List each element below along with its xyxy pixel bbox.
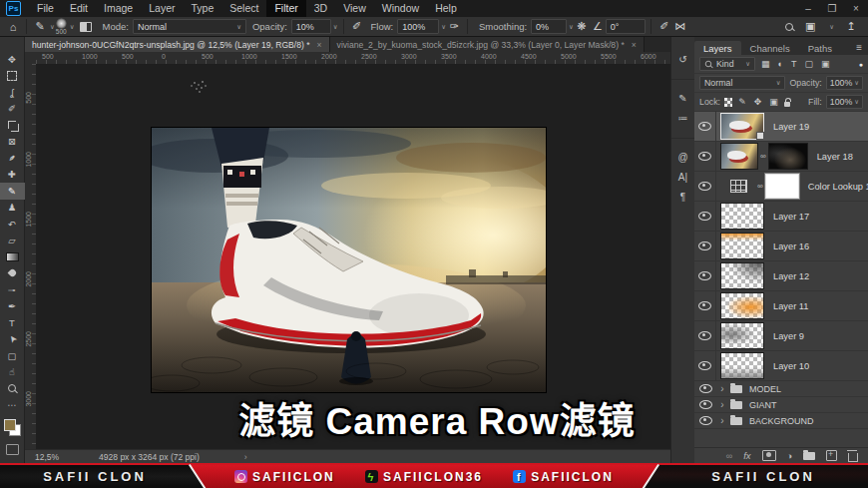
color-lookup-icon[interactable] [730,180,747,193]
history-brush-tool[interactable]: ↶ [0,216,25,233]
disclosure-chevron-icon[interactable]: › [716,399,728,410]
layer-name[interactable]: Color Lookup 1 [808,182,868,192]
visibility-toggle[interactable] [694,232,716,260]
layer-row-layer-11[interactable]: Layer 11 [694,291,868,321]
layer-thumbnail[interactable] [720,322,764,349]
search-icon[interactable] [785,23,793,31]
eraser-tool[interactable]: ▱ [0,233,25,249]
layer-name[interactable]: Layer 17 [773,212,809,222]
delete-layer-icon[interactable] [848,453,858,462]
workspace-switcher-icon[interactable]: ▣ [802,19,818,35]
layer-row-layer-12[interactable]: Layer 12 [694,261,868,291]
document-canvas[interactable]: 滤镜 Camera Row滤镜 [36,64,670,449]
visibility-toggle[interactable] [694,400,716,409]
kind-filter-select[interactable]: Kind ∨ [699,57,755,71]
layer-row-layer-17[interactable]: Layer 17 [694,202,868,232]
group-name[interactable]: MODEL [749,384,781,394]
close-tab-icon[interactable]: × [632,40,637,50]
visibility-toggle[interactable] [694,384,716,393]
chevron-down-icon[interactable]: ∨ [829,23,834,31]
layer-name[interactable]: Layer 19 [773,122,809,132]
disclosure-chevron-icon[interactable]: › [716,383,728,394]
filter-type-layers-icon[interactable]: T [791,59,797,69]
visibility-toggle[interactable] [694,351,716,380]
panel-menu-icon[interactable]: ≡ [850,41,868,55]
pressure-opacity-icon[interactable]: ✐ [349,19,365,35]
new-layer-icon[interactable] [826,450,837,461]
brush-preset-picker[interactable]: 500 [56,18,67,36]
history-panel-icon[interactable]: ↺ [671,49,695,69]
layer-thumbnail[interactable] [720,113,764,140]
blur-tool[interactable] [0,265,25,282]
hand-tool[interactable]: ☝ [0,364,25,381]
visibility-toggle[interactable] [694,416,716,425]
visibility-toggle[interactable] [694,142,716,171]
smoothing-field[interactable]: 0% [531,19,567,34]
document-tab-1[interactable]: hunter-johnson-0UCGfN2qtrs-unsplash.jpg … [25,37,330,52]
lock-position-icon[interactable]: ✥ [754,97,762,107]
layer-thumbnail[interactable] [720,292,764,319]
menu-layer[interactable]: Layer [141,0,183,17]
menu-image[interactable]: Image [96,0,141,17]
toggle-brush-settings-icon[interactable] [78,19,94,35]
layer-thumbnail[interactable] [720,352,764,379]
restore-button[interactable]: ❐ [820,0,844,17]
eyedropper-tool[interactable]: ✒ [0,150,25,167]
crop-tool[interactable] [0,117,25,134]
healing-brush-tool[interactable]: ✚ [0,167,25,184]
menu-3d[interactable]: 3D [306,0,335,17]
lock-all-icon[interactable] [784,102,790,107]
visibility-toggle[interactable] [694,321,716,350]
disclosure-chevron-icon[interactable]: › [716,415,728,426]
menu-edit[interactable]: Edit [62,0,96,17]
close-button[interactable]: × [844,0,868,17]
menu-file[interactable]: File [29,0,62,17]
new-group-icon[interactable] [803,452,815,460]
layer-thumbnail[interactable] [720,143,758,170]
color-swatches[interactable] [4,419,21,436]
brushes-panel-icon[interactable]: ≔ [671,108,695,128]
chevron-down-icon[interactable]: ∨ [50,23,55,31]
new-adjustment-layer-icon[interactable]: ◑ [787,451,792,461]
quick-selection-tool[interactable]: ✐ [0,101,25,118]
zoom-level-field[interactable]: 12,5% [35,452,59,462]
foreground-color-swatch[interactable] [4,419,16,431]
chevron-down-icon[interactable]: ∨ [70,23,75,31]
pen-tool[interactable]: ✒ [0,298,25,315]
visibility-toggle[interactable] [694,202,716,231]
layer-row-layer-10[interactable]: Layer 10 [694,351,868,381]
layer-name[interactable]: Layer 16 [773,242,809,251]
airbrush-icon[interactable]: ✑ [446,19,462,35]
minimize-button[interactable]: – [796,0,820,17]
dodge-tool[interactable]: ⊸ [0,281,25,298]
mask-link-icon[interactable]: ∞ [757,182,763,191]
layer-name[interactable]: Layer 12 [773,271,809,281]
layer-row-layer-18[interactable]: ∞ Layer 18 [694,142,868,172]
mask-link-icon[interactable]: ∞ [760,152,766,161]
layer-name[interactable]: Layer 9 [773,331,804,341]
document-tab-2[interactable]: viviane_2_by_kuoma_stock_d5izcrk.jpg @ 3… [330,37,645,52]
layer-mask-thumbnail[interactable] [765,174,799,199]
brush-tool-icon[interactable]: ✎ [32,19,48,35]
close-tab-icon[interactable]: × [317,40,322,50]
paragraph-panel-icon[interactable]: ¶ [671,187,695,207]
layer-row-layer-19[interactable]: Layer 19 [694,112,868,142]
lock-artboard-icon[interactable]: ▣ [769,97,778,107]
layer-name[interactable]: Layer 18 [817,152,853,162]
fill-field[interactable]: 100% ∨ [826,95,863,109]
opacity-field[interactable]: 10% [291,19,331,34]
filter-toggle-icon[interactable]: ● [859,61,863,68]
lasso-tool[interactable]: ʆ [0,84,25,101]
brush-angle-field[interactable]: 0° [606,19,646,34]
visibility-toggle[interactable] [694,261,716,290]
tab-layers[interactable]: Layers [694,41,741,55]
layer-thumbnail[interactable] [720,233,764,259]
menu-type[interactable]: Type [183,0,221,17]
group-name[interactable]: BACKGROUND [749,416,814,426]
flow-field[interactable]: 100% [397,19,439,34]
menu-filter[interactable]: Filter [266,0,305,17]
filter-smart-objects-icon[interactable]: ▣ [821,59,830,69]
visibility-toggle[interactable] [694,112,716,141]
filter-pixel-layers-icon[interactable]: ▦ [761,59,770,69]
layer-name[interactable]: Layer 11 [773,301,809,311]
